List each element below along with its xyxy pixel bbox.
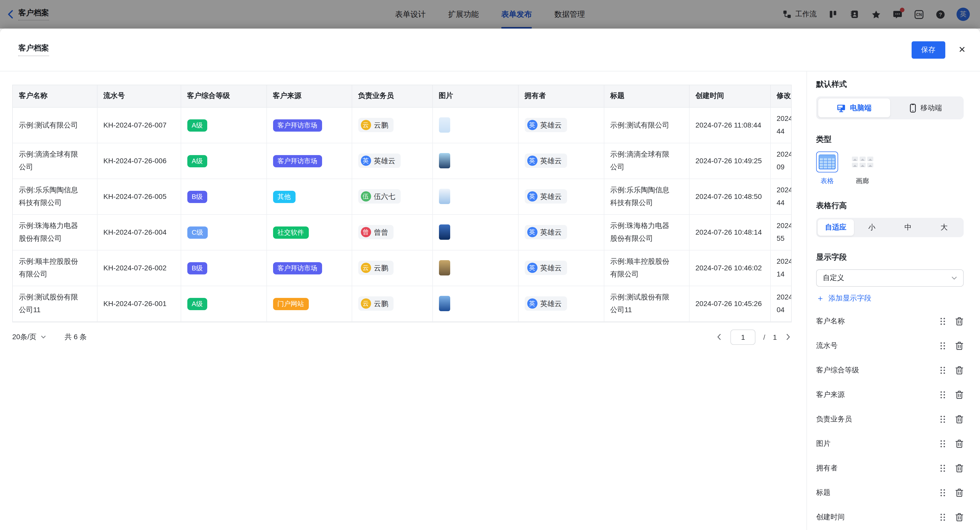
display-fields-select[interactable]: 自定义 [816, 269, 964, 287]
tab-扩展功能[interactable]: 扩展功能 [448, 0, 479, 29]
page-size-label: 20条/页 [12, 332, 37, 341]
topbar-right-icons: 工作流 CN ? 英 [783, 8, 970, 21]
serial-number: KH-2024-07-26-005 [103, 190, 167, 203]
owner-pill-name: 英雄云 [540, 263, 562, 273]
table-cell [432, 214, 518, 250]
display-field-label: 负责业务员 [816, 415, 940, 424]
drag-handle-icon[interactable] [940, 391, 946, 399]
created-time: 2024-07-26 10:46:02 [695, 262, 764, 275]
avatar: 英 [527, 263, 537, 273]
source-badge: 客户拜访市场 [273, 155, 322, 167]
table-row[interactable]: 示例:测试股份有限公司11KH-2024-07-26-001A级门户网站云云鹏英… [13, 286, 792, 321]
table-cell: 英英雄云 [518, 179, 604, 214]
record-title: 示例:测试股份有限公司11 [610, 291, 676, 316]
delete-field-icon[interactable] [955, 439, 964, 448]
next-page-icon[interactable] [784, 333, 792, 341]
tab-数据管理[interactable]: 数据管理 [554, 0, 585, 29]
drag-handle-icon[interactable] [940, 366, 946, 374]
drag-handle-icon[interactable] [940, 489, 946, 497]
gallery-cell-icon [859, 157, 865, 161]
drag-handle-icon[interactable] [940, 464, 946, 472]
delete-field-icon[interactable] [955, 513, 964, 522]
close-icon[interactable]: ✕ [959, 45, 966, 54]
column-header: 流水号 [97, 85, 181, 107]
table-cell: 示例:测试股份有限公司11 [604, 286, 689, 321]
page-input[interactable] [731, 329, 756, 344]
row-height-option-自适应[interactable]: 自适应 [818, 219, 854, 236]
messages-button[interactable] [892, 9, 902, 19]
table-row[interactable]: 示例:顺丰控股股份有限公司KH-2024-07-26-002B级客户拜访市场云云… [13, 250, 792, 286]
device-option-移动端[interactable]: 移动端 [890, 98, 962, 117]
table-cell: 门户网站 [266, 286, 352, 321]
display-field-label: 标题 [816, 488, 940, 497]
image-thumbnail[interactable] [439, 117, 450, 133]
view-type-画廊[interactable]: 画廊 [851, 151, 873, 186]
row-height-option-小[interactable]: 小 [854, 219, 890, 236]
delete-field-icon[interactable] [955, 341, 964, 351]
image-thumbnail[interactable] [439, 189, 450, 204]
view-type-表格[interactable]: 表格 [816, 151, 838, 186]
drag-handle-icon[interactable] [940, 440, 946, 448]
tab-表单发布[interactable]: 表单发布 [501, 0, 532, 29]
page-separator: / [763, 333, 765, 341]
help-button[interactable]: ? [935, 9, 945, 19]
delete-field-icon[interactable] [955, 317, 964, 326]
table-cell: 202455 [770, 214, 792, 250]
image-thumbnail[interactable] [439, 224, 450, 240]
add-display-field-button[interactable]: ＋ 添加显示字段 [816, 294, 964, 303]
chevron-down-icon [951, 276, 957, 280]
svg-text:CN: CN [916, 12, 921, 17]
device-option-电脑端[interactable]: 电脑端 [818, 98, 890, 117]
avatar: 曾 [361, 227, 371, 237]
drag-handle-icon[interactable] [940, 513, 946, 521]
row-height-option-大[interactable]: 大 [926, 219, 963, 236]
contacts-button[interactable] [850, 9, 859, 19]
default-style-heading: 默认样式 [816, 79, 964, 89]
table-row[interactable]: 示例:珠海格力电器股份有限公司KH-2024-07-26-004C级社交软件曾曾… [13, 214, 792, 250]
image-thumbnail[interactable] [439, 153, 450, 168]
salesperson-pill: 曾曾曾 [358, 225, 393, 239]
language-button[interactable]: CN [914, 9, 924, 19]
delete-field-icon[interactable] [955, 390, 964, 400]
gallery-cell-icon [867, 157, 873, 161]
table-row[interactable]: 示例:乐乐陶陶信息科技有限公司KH-2024-07-26-005B级其他伍伍六七… [13, 179, 792, 214]
tab-表单设计[interactable]: 表单设计 [395, 0, 426, 29]
table-cell: 示例:乐乐陶陶信息科技有限公司 [13, 179, 97, 214]
delete-field-icon[interactable] [955, 366, 964, 375]
mobile-icon [910, 103, 916, 113]
table-cell: KH-2024-07-26-002 [97, 250, 181, 286]
drag-handle-icon[interactable] [940, 342, 946, 350]
drag-handle-icon[interactable] [940, 317, 946, 325]
display-field-label: 图片 [816, 439, 940, 448]
delete-field-icon[interactable] [955, 488, 964, 497]
salesperson-pill-name: 云鹏 [374, 263, 388, 273]
panels-button[interactable] [828, 9, 838, 19]
drag-handle-icon[interactable] [940, 415, 946, 424]
avatar: 云 [361, 298, 371, 309]
delete-field-icon[interactable] [955, 415, 964, 424]
display-field-item: 标题 [816, 481, 964, 505]
table-row[interactable]: 示例:测试有限公司KH-2024-07-26-007A级客户拜访市场云云鹏英英雄… [13, 107, 792, 143]
favorites-star-button[interactable] [871, 9, 881, 19]
user-avatar[interactable]: 英 [956, 8, 970, 21]
delete-field-icon[interactable] [955, 464, 964, 473]
display-field-item: 客户名称 [816, 309, 964, 333]
column-header: 拥有者 [518, 85, 604, 107]
table-row[interactable]: 示例:滴滴全球有限公司KH-2024-07-26-006A级客户拜访市场英英雄云… [13, 143, 792, 179]
row-height-option-中[interactable]: 中 [890, 219, 926, 236]
display-field-item: 创建时间 [816, 505, 964, 530]
image-thumbnail[interactable] [439, 296, 450, 311]
svg-text:?: ? [939, 11, 942, 17]
table-cell [432, 179, 518, 214]
table-cell: 示例:顺丰控股股份有限公司 [13, 250, 97, 286]
page-size-select[interactable]: 20条/页 [12, 332, 46, 341]
workflow-button[interactable]: 工作流 [783, 10, 817, 19]
image-thumbnail[interactable] [439, 260, 450, 276]
modified-time: 202404 [776, 291, 792, 316]
table-cell: 英英雄云 [518, 286, 604, 321]
back-button[interactable]: 客户档案 [7, 8, 49, 21]
prev-page-icon[interactable] [716, 333, 723, 341]
table-cell: 英英雄云 [518, 107, 604, 143]
gallery-view-icon [851, 151, 873, 172]
save-button[interactable]: 保存 [912, 41, 945, 59]
